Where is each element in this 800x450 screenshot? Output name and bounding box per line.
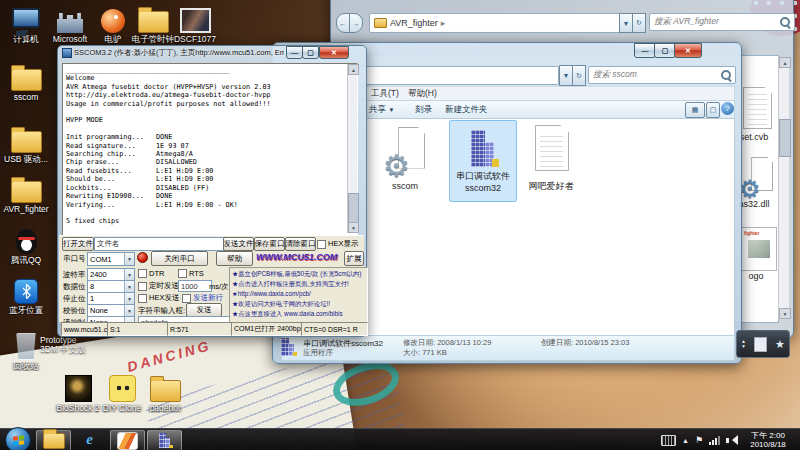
desktop-icon-bluetooth[interactable]: 蓝牙位置	[1, 274, 51, 315]
desktop-icon-pagehot-folder[interactable]: pagehot	[140, 372, 190, 413]
port-select[interactable]: COM1▼	[87, 252, 135, 266]
keyboard-ime-icon[interactable]	[661, 435, 676, 446]
file-icon-txt[interactable]	[535, 125, 569, 171]
status-recv-count: R:571	[167, 322, 235, 336]
preview-pane-button[interactable]: ▢	[706, 102, 720, 118]
scrollbar-thumb[interactable]	[779, 119, 791, 157]
rts-checkbox[interactable]: RTS	[178, 269, 204, 278]
back-button[interactable]: ←	[336, 13, 350, 33]
scroll-up-icon[interactable]: ▲	[779, 57, 791, 68]
gear-icon: ⚙	[383, 151, 410, 181]
close-port-button[interactable]: 关闭串口	[151, 251, 208, 266]
scrollbar-thumb[interactable]	[348, 193, 359, 223]
taskbar-explorer-button[interactable]	[36, 430, 71, 450]
breadcrumb-chevron-icon: ▸	[441, 18, 446, 28]
file-icon-logo-image[interactable]: fighter	[741, 227, 777, 271]
refresh-button[interactable]: ↻	[572, 65, 586, 86]
address-bar[interactable]: AVR_fighter ▸	[369, 13, 627, 33]
scroll-up-icon[interactable]: ▲	[348, 64, 359, 75]
timed-send-checkbox[interactable]: 定时发送	[138, 281, 179, 291]
document-icon[interactable]	[754, 337, 767, 352]
save-window-button[interactable]: 保存窗口	[254, 237, 285, 251]
toolbar-new-folder-button[interactable]: 新建文件夹	[445, 104, 488, 116]
forward-button[interactable]: →	[349, 13, 363, 33]
folder-icon	[43, 433, 65, 449]
minimize-button[interactable]: —	[286, 46, 303, 59]
desktop-icon-dscf1077[interactable]: DSCF1077	[170, 3, 220, 44]
hex-display-checkbox[interactable]: HEX显示	[317, 239, 358, 249]
scrollbar[interactable]: ▲ ▼	[778, 57, 789, 319]
folder-icon	[11, 131, 42, 153]
taskbar-clock[interactable]: 下午 2:00 2010/8/18	[740, 431, 796, 449]
network-icon[interactable]	[709, 436, 720, 445]
taskbar-sscom32-button[interactable]	[147, 430, 182, 450]
website-link[interactable]: WWW.MCU51.COM	[256, 252, 337, 262]
desktop-gadget[interactable]: ▲▼ ★	[736, 330, 790, 358]
maximize-button[interactable]: ▢	[654, 43, 676, 58]
file-label[interactable]: 网吧爱好者	[521, 181, 581, 191]
menu-help[interactable]: 帮助(H)	[408, 88, 437, 100]
desktop-icon-qq[interactable]: 腾讯QQ	[1, 224, 51, 265]
gadget-arrows[interactable]: ▲▼	[741, 339, 746, 349]
star-icon[interactable]: ★	[775, 338, 785, 351]
send-newline-checkbox[interactable]: 发送新行	[182, 293, 223, 303]
file-name-input[interactable]: 文件名	[94, 237, 226, 251]
volume-icon[interactable]	[726, 435, 738, 445]
address-dropdown-button[interactable]: ▼	[619, 13, 633, 33]
file-icon-cvb[interactable]	[743, 87, 772, 129]
desktop-icon-label-prototype[interactable]: Prototype 3DM 中文版	[40, 336, 110, 354]
menu-tools[interactable]: 工具(T)	[371, 88, 399, 100]
qq-penguin-icon	[16, 229, 37, 254]
close-button[interactable]: ✕	[674, 43, 702, 58]
port-label: 串口号	[63, 254, 86, 264]
selected-file-sscom32[interactable]: 串口调试软件 sscom32	[449, 120, 517, 202]
system-tray: ▲ ⚑	[661, 429, 738, 450]
action-center-flag-icon[interactable]: ⚑	[695, 435, 703, 445]
views-button[interactable]: ▦	[685, 102, 705, 118]
scroll-down-icon[interactable]: ▼	[348, 222, 359, 233]
close-button[interactable]: ✕	[319, 46, 349, 59]
search-placeholder: 搜索 sscom	[593, 69, 637, 81]
baud-label: 波特率	[63, 270, 86, 280]
ad-panel[interactable]: ★嘉立创PCB样板,最低50元/款 (长宽5cm以内) ★点击进入打样板注册页面…	[229, 267, 368, 325]
refresh-button[interactable]: ↻	[632, 13, 646, 33]
details-size: 大小: 771 KB	[403, 348, 447, 358]
scroll-down-icon[interactable]: ▼	[779, 308, 791, 319]
file-icon-sscom[interactable]: ⚙	[385, 127, 425, 179]
file-label[interactable]: sscom	[378, 181, 432, 191]
address-dropdown-button[interactable]: ▼	[559, 65, 573, 86]
show-hidden-icons-arrow[interactable]: ▲	[682, 437, 689, 444]
search-box[interactable]: 搜索 AVR_fighter	[649, 13, 795, 31]
extend-button[interactable]: 扩展	[344, 251, 364, 266]
maximize-button[interactable]: ▢	[302, 46, 319, 59]
terminal-output[interactable]: ________________________________________…	[62, 63, 358, 236]
folder-icon	[374, 18, 387, 28]
help-button[interactable]: 帮助	[216, 251, 253, 266]
toolbar-burn-button[interactable]: 刻录	[415, 104, 432, 116]
send-file-button[interactable]: 发送文件	[223, 237, 254, 251]
desktop-icon-bioshock2[interactable]: BioShock 2	[53, 372, 103, 413]
app-icon	[62, 48, 72, 58]
open-file-button[interactable]: 打开文件	[62, 237, 94, 251]
desktop-icon-computer[interactable]: 计算机	[1, 3, 51, 44]
taskbar-ie-button[interactable]: e	[73, 430, 106, 449]
desktop-icon-usb-driver-folder[interactable]: USB 驱动...	[1, 123, 51, 164]
window-sscom32-app[interactable]: SSCOM3.2 (作者:聂小猛(丁丁), 主页http://www.mcu51…	[57, 45, 367, 337]
hex-send-checkbox[interactable]: HEX发送	[138, 293, 179, 303]
toolbar-share-button[interactable]: 共享 ▼	[369, 104, 394, 116]
start-button[interactable]	[5, 427, 31, 450]
help-icon[interactable]: ?	[721, 102, 734, 115]
dtr-checkbox[interactable]: DTR	[138, 269, 164, 278]
minimize-button[interactable]: —	[634, 43, 656, 58]
status-sent-count: S:1	[107, 322, 171, 336]
file-icon-dll[interactable]: ⚙	[741, 157, 773, 199]
desktop-icon-sscom-folder[interactable]: sscom	[1, 61, 51, 102]
send-button[interactable]: 发送	[186, 303, 222, 317]
terminal-scrollbar[interactable]: ▲ ▼	[347, 64, 357, 233]
search-box[interactable]: 搜索 sscom	[588, 66, 736, 84]
taskbar-media-app-button[interactable]	[110, 430, 145, 450]
building-icon	[279, 337, 297, 357]
interval-input[interactable]: 1000	[178, 280, 212, 292]
clear-window-button[interactable]: 清除窗口	[285, 237, 316, 251]
desktop-icon-avr-fighter-folder[interactable]: AVR_fighter	[1, 173, 51, 214]
